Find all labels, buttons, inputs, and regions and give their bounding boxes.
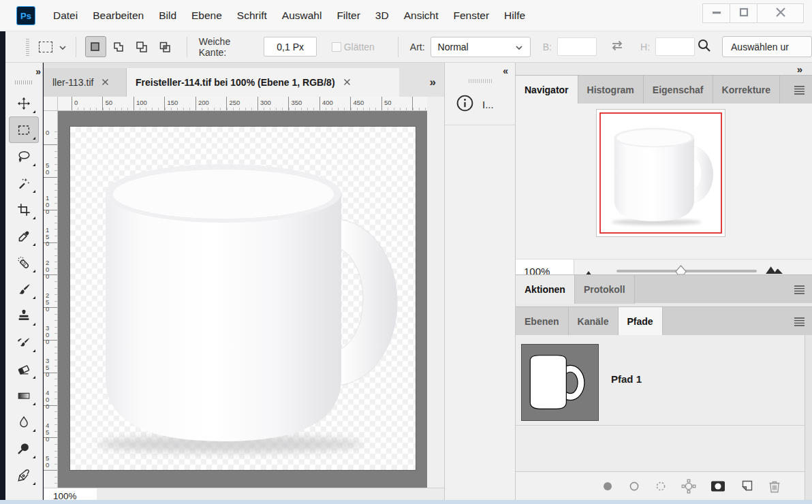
intersect-selection-button[interactable] <box>155 36 176 57</box>
close-tab-icon[interactable] <box>102 77 109 88</box>
navigator-thumbnail[interactable] <box>596 109 725 237</box>
panel-menu-icon[interactable] <box>794 285 805 297</box>
ruler-label: 0 <box>74 99 78 106</box>
work-path-icon[interactable] <box>681 479 696 494</box>
collapse-dock-icon[interactable]: » <box>797 63 801 75</box>
eraser-tool[interactable] <box>9 356 39 382</box>
swap-dimensions-button[interactable] <box>609 39 625 55</box>
tab-protokoll[interactable]: Protokoll <box>575 275 635 304</box>
magic-wand-tool[interactable] <box>9 170 39 196</box>
maximize-button[interactable] <box>730 3 758 23</box>
antialias-checkbox[interactable] <box>332 42 341 52</box>
marquee-preset-icon <box>39 42 52 52</box>
style-select[interactable]: Normal <box>431 37 531 57</box>
dock-header: » <box>516 63 812 75</box>
photoshop-window: Ps Datei Bearbeiten Bild Ebene Schrift A… <box>0 0 812 504</box>
eyedropper-tool[interactable] <box>9 223 39 249</box>
tab-aktionen[interactable]: Aktionen <box>516 275 575 304</box>
add-mask-icon[interactable] <box>710 480 725 492</box>
minimize-icon <box>711 7 722 20</box>
menu-hilfe[interactable]: Hilfe <box>504 10 525 22</box>
tab-navigator[interactable]: Navigator <box>516 76 578 104</box>
maximize-icon <box>738 7 749 20</box>
zoom-slider-track[interactable] <box>616 270 757 272</box>
blur-tool[interactable] <box>9 409 39 435</box>
menu-bearbeiten[interactable]: Bearbeiten <box>93 10 144 22</box>
new-path-icon[interactable] <box>740 479 753 493</box>
stroke-path-icon[interactable] <box>628 480 640 492</box>
tab-pfade[interactable]: Pfade <box>619 307 663 336</box>
canvas-area[interactable] <box>58 111 427 488</box>
tab-korrekturen[interactable]: Korrekture <box>713 76 781 104</box>
menu-bild[interactable]: Bild <box>159 10 176 22</box>
photoshop-logo: Ps <box>16 6 35 25</box>
rect-marquee-tool[interactable] <box>9 116 39 143</box>
panel-menu-icon[interactable] <box>794 317 805 329</box>
ruler-label: 300 <box>46 325 49 345</box>
fill-path-icon[interactable] <box>602 480 614 492</box>
width-input[interactable] <box>557 37 597 56</box>
info-panel-button[interactable]: I... <box>445 90 515 125</box>
new-selection-button[interactable] <box>85 36 106 57</box>
tab-histogramm[interactable]: Histogram <box>578 76 644 104</box>
ruler-label: 200 <box>198 99 209 106</box>
subtract-from-selection-button[interactable] <box>131 36 153 57</box>
selection-mode-group <box>85 36 178 57</box>
panel-grip[interactable] <box>469 79 492 83</box>
tab-eigenschaften[interactable]: Eigenschaf <box>644 76 713 104</box>
feather-input[interactable] <box>264 37 317 57</box>
expand-tools-icon[interactable]: » <box>35 66 40 77</box>
gradient-tool[interactable] <box>9 382 39 409</box>
add-to-selection-button[interactable] <box>108 36 129 57</box>
menu-schrift[interactable]: Schrift <box>237 10 267 22</box>
close-button[interactable] <box>757 3 804 23</box>
tool-preset-picker[interactable] <box>39 41 67 53</box>
menu-ebene[interactable]: Ebene <box>191 10 222 22</box>
scrollbar[interactable] <box>805 335 812 504</box>
history-brush-tool[interactable] <box>9 329 39 356</box>
delete-path-icon[interactable] <box>768 479 781 494</box>
menu-datei[interactable]: Datei <box>53 10 78 22</box>
lasso-tool[interactable] <box>9 143 39 170</box>
ruler-label: 100 <box>136 99 147 106</box>
close-tab-icon[interactable] <box>343 77 351 88</box>
height-input[interactable] <box>655 37 695 56</box>
selection-from-path-icon[interactable] <box>655 480 667 492</box>
paths-panel-group: Ebenen Kanäle Pfade Pfad 1 <box>516 306 812 504</box>
menu-filter[interactable]: Filter <box>337 10 360 22</box>
tab-ebenen[interactable]: Ebenen <box>516 307 569 336</box>
brush-tool[interactable] <box>9 276 39 302</box>
path-thumbnail[interactable] <box>521 344 599 421</box>
options-grip[interactable] <box>26 38 29 56</box>
menu-3d[interactable]: 3D <box>375 10 389 22</box>
collapse-panel-icon[interactable]: « <box>503 65 507 76</box>
tools-grip[interactable] <box>15 80 33 84</box>
paths-footer-bar <box>516 471 812 500</box>
canvas-image[interactable] <box>70 127 416 470</box>
ruler-label: 350 <box>46 358 49 378</box>
menu-ansicht[interactable]: Ansicht <box>404 10 439 22</box>
panel-menu-icon[interactable] <box>794 85 805 97</box>
window-bottom-edge <box>0 500 812 504</box>
tab-overflow-icon[interactable]: » <box>430 76 435 88</box>
document-tab-inactive[interactable]: ller-113.tif <box>44 68 127 97</box>
select-and-mask-button[interactable]: Auswählen ur <box>722 36 812 57</box>
move-tool[interactable] <box>9 90 39 116</box>
pen-tool[interactable] <box>9 462 39 488</box>
path-list-item[interactable]: Pfad 1 <box>516 335 812 426</box>
ruler-label: 50 <box>106 99 113 106</box>
tab-kanaele[interactable]: Kanäle <box>569 307 619 336</box>
navigator-content <box>516 104 812 259</box>
spot-healing-tool[interactable] <box>9 249 39 276</box>
path-name[interactable]: Pfad 1 <box>611 373 642 385</box>
document-tab-active[interactable]: Freisteller-114.tif bei 100% (Ebene 1, R… <box>127 68 399 97</box>
clone-stamp-tool[interactable] <box>9 302 39 329</box>
menu-fenster[interactable]: Fenster <box>454 10 490 22</box>
menu-auswahl[interactable]: Auswahl <box>282 10 322 22</box>
window-controls <box>703 3 804 23</box>
actions-panel-group: Aktionen Protokoll <box>516 274 812 304</box>
dodge-tool[interactable] <box>9 435 39 462</box>
search-button[interactable] <box>696 37 713 57</box>
crop-tool[interactable] <box>9 196 39 223</box>
minimize-button[interactable] <box>702 3 730 23</box>
